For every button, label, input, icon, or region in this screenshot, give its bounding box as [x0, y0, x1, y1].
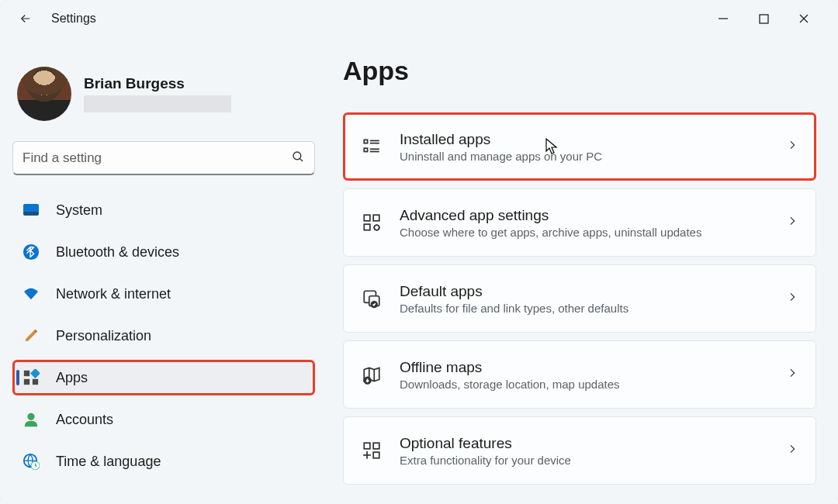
- settings-card-list: Installed apps Uninstall and manage apps…: [343, 112, 816, 485]
- system-icon: [22, 201, 40, 219]
- card-default-apps[interactable]: Default apps Defaults for file and link …: [343, 264, 816, 333]
- close-button[interactable]: [793, 8, 815, 29]
- chevron-right-icon: [786, 215, 798, 230]
- nav-label: Accounts: [56, 412, 113, 428]
- card-subtitle: Downloads, storage location, map updates: [400, 378, 769, 391]
- svg-rect-12: [30, 369, 40, 378]
- nav-label: Network & internet: [56, 286, 171, 302]
- card-advanced-app-settings[interactable]: Advanced app settings Choose where to ge…: [343, 188, 816, 257]
- card-subtitle: Uninstall and manage apps on your PC: [400, 150, 769, 163]
- search-box[interactable]: [12, 141, 315, 175]
- svg-rect-31: [373, 443, 379, 449]
- maximize-button[interactable]: [753, 8, 774, 29]
- map-icon: [361, 364, 383, 385]
- arrow-left-icon: [19, 12, 33, 26]
- svg-rect-10: [33, 379, 38, 385]
- default-apps-icon: [361, 288, 383, 309]
- sidebar-item-personalization[interactable]: Personalization: [12, 318, 315, 354]
- search-icon: [291, 150, 305, 167]
- sidebar-item-bluetooth[interactable]: Bluetooth & devices: [12, 234, 315, 270]
- svg-rect-24: [364, 224, 370, 230]
- svg-rect-22: [364, 215, 370, 221]
- settings-window: Settings Brian Burgess: [0, 0, 838, 504]
- nav-label: Time & language: [56, 454, 161, 470]
- svg-rect-11: [24, 379, 29, 385]
- svg-rect-9: [24, 371, 29, 376]
- card-subtitle: Extra functionality for your device: [400, 454, 769, 467]
- card-title: Optional features: [400, 435, 769, 452]
- svg-rect-32: [373, 452, 379, 458]
- card-title: Installed apps: [400, 131, 769, 148]
- nav-label: Bluetooth & devices: [56, 244, 179, 261]
- sidebar-item-apps[interactable]: Apps: [12, 360, 315, 395]
- nav-label: Personalization: [56, 328, 151, 344]
- card-title: Offline maps: [400, 359, 769, 376]
- avatar: [17, 67, 71, 121]
- bluetooth-icon: [22, 243, 40, 261]
- app-plus-icon: [361, 440, 383, 461]
- page-title: Apps: [343, 56, 816, 86]
- sidebar-item-time-language[interactable]: Time & language: [12, 444, 315, 479]
- svg-rect-23: [373, 215, 379, 221]
- list-icon: [361, 136, 383, 157]
- svg-line-5: [300, 158, 303, 161]
- svg-rect-16: [364, 140, 367, 143]
- chevron-right-icon: [786, 139, 798, 154]
- minimize-button[interactable]: [712, 8, 734, 29]
- card-offline-maps[interactable]: Offline maps Downloads, storage location…: [343, 340, 816, 409]
- card-title: Default apps: [400, 283, 769, 300]
- sidebar: Brian Burgess System: [12, 45, 315, 504]
- nav-list: System Bluetooth & devices Network & int…: [12, 192, 315, 479]
- card-title: Advanced app settings: [400, 207, 769, 224]
- chevron-right-icon: [786, 291, 798, 306]
- window-title: Settings: [51, 12, 96, 26]
- titlebar: Settings: [0, 0, 838, 37]
- card-subtitle: Choose where to get apps, archive apps, …: [400, 226, 769, 239]
- minimize-icon: [718, 13, 729, 24]
- profile-email-redacted: [84, 95, 231, 112]
- card-optional-features[interactable]: Optional features Extra functionality fo…: [343, 416, 816, 485]
- maximize-icon: [759, 14, 769, 24]
- person-icon: [22, 410, 40, 429]
- wifi-icon: [22, 285, 40, 303]
- card-subtitle: Defaults for file and link types, other …: [400, 302, 769, 315]
- sidebar-item-accounts[interactable]: Accounts: [12, 402, 315, 437]
- svg-rect-17: [364, 148, 367, 151]
- chevron-right-icon: [786, 443, 798, 458]
- card-installed-apps[interactable]: Installed apps Uninstall and manage apps…: [343, 112, 816, 181]
- svg-rect-1: [760, 15, 768, 23]
- svg-point-4: [293, 152, 301, 160]
- paintbrush-icon: [22, 326, 40, 345]
- sidebar-item-system[interactable]: System: [12, 192, 315, 228]
- svg-rect-7: [23, 212, 39, 216]
- svg-point-13: [27, 413, 34, 420]
- search-input[interactable]: [23, 150, 291, 166]
- close-icon: [798, 13, 809, 24]
- chevron-right-icon: [786, 367, 798, 382]
- profile-name: Brian Burgess: [84, 75, 231, 92]
- back-button[interactable]: [17, 10, 34, 27]
- profile-block[interactable]: Brian Burgess: [12, 45, 315, 135]
- nav-label: System: [56, 202, 102, 219]
- window-controls: [712, 8, 830, 29]
- main-panel: Apps Installed apps Uninstall and manage…: [326, 45, 832, 504]
- apps-icon: [22, 368, 40, 387]
- app-gear-icon: [361, 212, 383, 233]
- globe-clock-icon: [22, 452, 40, 471]
- sidebar-item-network[interactable]: Network & internet: [12, 276, 315, 312]
- svg-rect-30: [364, 443, 370, 449]
- nav-label: Apps: [56, 370, 88, 386]
